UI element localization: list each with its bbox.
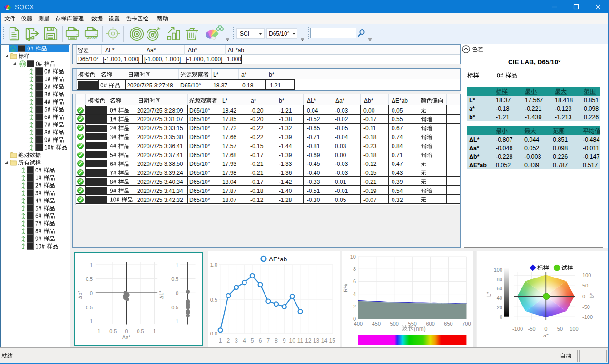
svg-text:650: 650 (444, 321, 452, 326)
svg-text:b*: b* (589, 293, 595, 298)
svg-text:4: 4 (353, 291, 356, 297)
svg-text:1.0: 1.0 (210, 262, 217, 268)
svg-text:450: 450 (372, 321, 381, 326)
svg-text:15: 15 (329, 337, 336, 344)
svg-text:0.0: 0.0 (210, 331, 217, 336)
svg-text:50: 50 (582, 283, 588, 288)
svg-text:1: 1 (90, 262, 93, 268)
svg-text:600: 600 (426, 321, 434, 326)
svg-text:Δa*: Δa* (122, 335, 131, 340)
svg-text:20: 20 (497, 305, 502, 310)
svg-text:12: 12 (305, 337, 312, 344)
svg-text:11: 11 (297, 337, 304, 344)
svg-text:-1: -1 (174, 318, 179, 324)
svg-text:0: 0 (176, 290, 178, 296)
svg-text:0: 0 (582, 294, 585, 299)
svg-text:-50: -50 (582, 304, 590, 310)
svg-text:ΔL*: ΔL* (158, 290, 164, 299)
svg-text:-100: -100 (512, 326, 523, 332)
svg-text:0.5: 0.5 (86, 276, 93, 282)
svg-text:-0.5: -0.5 (108, 328, 117, 334)
svg-text:5: 5 (251, 337, 254, 344)
svg-text:1: 1 (176, 262, 178, 268)
svg-text:-0.5: -0.5 (170, 305, 179, 310)
svg-text:Word: Word (86, 36, 97, 40)
svg-text:0.5: 0.5 (171, 276, 178, 282)
svg-text:0.5: 0.5 (137, 328, 144, 334)
svg-text:6: 6 (259, 337, 262, 344)
svg-text:14: 14 (321, 337, 328, 344)
svg-text:-1: -1 (88, 318, 93, 324)
svg-text:8: 8 (275, 337, 278, 344)
svg-text:100: 100 (582, 272, 591, 278)
svg-text:ΔE*ab: ΔE*ab (269, 256, 287, 263)
svg-text:700: 700 (462, 321, 471, 326)
svg-text:0: 0 (544, 326, 547, 332)
svg-text:10: 10 (289, 337, 296, 344)
svg-text:400: 400 (354, 321, 363, 326)
svg-text:8: 8 (353, 266, 356, 272)
svg-text:500: 500 (390, 321, 399, 326)
svg-text:40: 40 (497, 295, 502, 301)
svg-text:L*: L* (486, 291, 491, 297)
svg-text:0: 0 (500, 314, 502, 320)
svg-text:13: 13 (313, 337, 320, 344)
svg-text:a*: a* (543, 333, 549, 338)
svg-text:0: 0 (90, 290, 93, 296)
svg-text:2: 2 (226, 337, 230, 344)
svg-text:6: 6 (353, 278, 356, 284)
svg-text:1: 1 (219, 337, 222, 344)
svg-text:-1: -1 (96, 328, 101, 334)
svg-text:100: 100 (494, 267, 502, 273)
svg-text:50: 50 (557, 326, 563, 332)
svg-text:60: 60 (497, 286, 502, 291)
svg-text:80: 80 (497, 277, 502, 282)
svg-text:10: 10 (350, 254, 356, 259)
svg-text:R%: R% (343, 284, 348, 292)
svg-text:2: 2 (353, 304, 356, 309)
svg-text:-50: -50 (528, 326, 536, 332)
svg-text:1: 1 (153, 328, 156, 334)
svg-text:7: 7 (266, 337, 270, 344)
svg-text:9: 9 (283, 337, 286, 344)
svg-text:-100: -100 (582, 314, 593, 320)
svg-text:4: 4 (243, 337, 246, 344)
svg-text:Δb*: Δb* (77, 290, 83, 299)
svg-text:-0.5: -0.5 (84, 305, 93, 310)
svg-text:0.5: 0.5 (210, 297, 217, 303)
svg-text:100: 100 (570, 326, 578, 332)
svg-text:0: 0 (125, 328, 128, 334)
svg-text:3: 3 (235, 337, 238, 344)
